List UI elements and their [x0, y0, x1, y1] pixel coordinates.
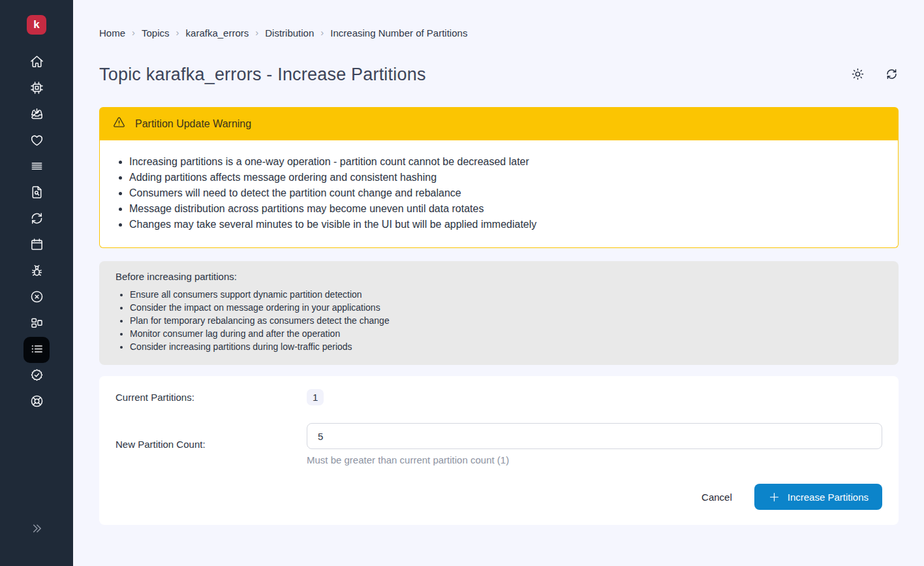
warning-bullet: Adding partitions affects message orderi…: [129, 170, 885, 185]
breadcrumb-home[interactable]: Home: [99, 27, 125, 39]
chevron-right-icon: ›: [132, 27, 135, 37]
increase-partitions-form: Current Partitions: 1 New Partition Coun…: [99, 376, 899, 525]
new-partition-count-label: New Partition Count:: [116, 439, 307, 450]
prechecks-bullet: Monitor consumer lag during and after th…: [130, 327, 882, 340]
refresh-icon: [885, 67, 899, 83]
warning-bullet: Increasing partitions is a one-way opera…: [129, 154, 885, 170]
sidebar-item-errors[interactable]: [23, 259, 50, 285]
sidebar-item-cluster[interactable]: [23, 154, 50, 180]
warning-bullet: Consumers will need to detect the partit…: [129, 185, 885, 201]
bug-icon: [29, 263, 44, 281]
cpu-chip-icon: [29, 80, 44, 98]
current-partitions-label: Current Partitions:: [116, 392, 307, 403]
lifebuoy-icon: [29, 394, 44, 411]
prechecks-bullet: Plan for temporary rebalancing as consum…: [130, 314, 882, 327]
current-partitions-row: Current Partitions: 1: [116, 389, 882, 405]
sidebar: k: [0, 0, 73, 566]
warning-header: Partition Update Warning: [99, 107, 899, 140]
sidebar-item-recurring[interactable]: [23, 206, 50, 232]
sidebar-item-home[interactable]: [23, 50, 50, 76]
sidebar-item-health[interactable]: [23, 128, 50, 154]
badge-check-icon: [29, 368, 44, 385]
breadcrumb-current-page[interactable]: Increasing Number of Partitions: [330, 27, 467, 39]
sidebar-item-status[interactable]: [23, 311, 50, 337]
sidebar-item-quality[interactable]: [23, 363, 50, 389]
sidebar-item-jobs[interactable]: [23, 102, 50, 128]
x-circle-icon: [29, 289, 44, 307]
arrows-rotate-icon: [29, 211, 44, 228]
header-actions: [851, 67, 899, 83]
prechecks-bullet: Consider increasing partitions during lo…: [130, 340, 882, 353]
sidebar-item-scheduled[interactable]: [23, 232, 50, 259]
new-partition-count-row: New Partition Count: Must be greater tha…: [116, 423, 882, 465]
sun-icon: [851, 67, 865, 83]
layout-icon: [29, 315, 44, 333]
app-logo[interactable]: k: [27, 15, 46, 35]
prechecks-title: Before increasing partitions:: [116, 271, 882, 282]
current-partitions-badge: 1: [307, 389, 324, 405]
double-chevron-right-icon: [30, 522, 44, 537]
calendar-icon: [29, 237, 44, 255]
heart-icon: [29, 133, 44, 150]
prechecks-bullet: Consider the impact on message ordering …: [130, 301, 882, 314]
refresh-button[interactable]: [885, 67, 899, 83]
chevron-right-icon: ›: [176, 27, 179, 37]
sidebar-nav: [23, 50, 50, 415]
page-title: Topic karafka_errors - Increase Partitio…: [99, 65, 426, 85]
inbox-arrow-down-icon: [29, 106, 44, 124]
prechecks-bullet: Ensure all consumers support dynamic par…: [130, 288, 882, 301]
chevron-right-icon: ›: [320, 27, 324, 37]
new-partition-count-input[interactable]: [307, 423, 882, 449]
page-header: Topic karafka_errors - Increase Partitio…: [99, 65, 899, 85]
warning-bullet-list: Increasing partitions is a one-way opera…: [113, 154, 885, 232]
home-icon: [29, 54, 44, 72]
main-content: Home › Topics › karafka_errors › Distrib…: [73, 0, 924, 566]
sidebar-item-explorer[interactable]: [23, 180, 50, 206]
new-partition-count-wrap: Must be greater than current partition c…: [307, 423, 882, 465]
partition-warning-card: Partition Update Warning Increasing part…: [99, 107, 899, 248]
document-search-icon: [29, 185, 44, 202]
sidebar-item-topics[interactable]: [23, 337, 50, 363]
warning-bullet: Message distribution across partitions m…: [129, 201, 885, 217]
app-logo-letter: k: [33, 18, 39, 31]
warning-triangle-icon: [112, 116, 126, 132]
increase-partitions-button[interactable]: Increase Partitions: [754, 484, 882, 510]
prechecks-card: Before increasing partitions: Ensure all…: [99, 261, 899, 365]
breadcrumb-topic-name[interactable]: karafka_errors: [186, 27, 249, 39]
theme-toggle-button[interactable]: [851, 67, 865, 83]
prechecks-bullet-list: Ensure all consumers support dynamic par…: [116, 288, 882, 353]
form-actions: Cancel Increase Partitions: [116, 484, 882, 510]
sidebar-item-support[interactable]: [23, 389, 50, 415]
breadcrumb-topics[interactable]: Topics: [142, 27, 170, 39]
breadcrumb: Home › Topics › karafka_errors › Distrib…: [99, 0, 899, 39]
warning-body: Increasing partitions is a one-way opera…: [99, 140, 899, 248]
sidebar-item-consumers[interactable]: [23, 76, 50, 102]
warning-title: Partition Update Warning: [135, 118, 251, 130]
breadcrumb-distribution[interactable]: Distribution: [265, 27, 314, 39]
cancel-button[interactable]: Cancel: [701, 492, 732, 503]
plus-icon: [768, 491, 780, 503]
warning-bullet: Changes may take several minutes to be v…: [129, 217, 885, 232]
new-partition-count-helper: Must be greater than current partition c…: [307, 454, 882, 465]
sidebar-item-dlq[interactable]: [23, 285, 50, 311]
sidebar-collapse-button[interactable]: [23, 516, 50, 542]
increase-partitions-button-label: Increase Partitions: [788, 492, 869, 503]
chevron-right-icon: ›: [255, 27, 258, 37]
list-bullet-icon: [29, 341, 44, 359]
bars-icon: [29, 159, 44, 176]
